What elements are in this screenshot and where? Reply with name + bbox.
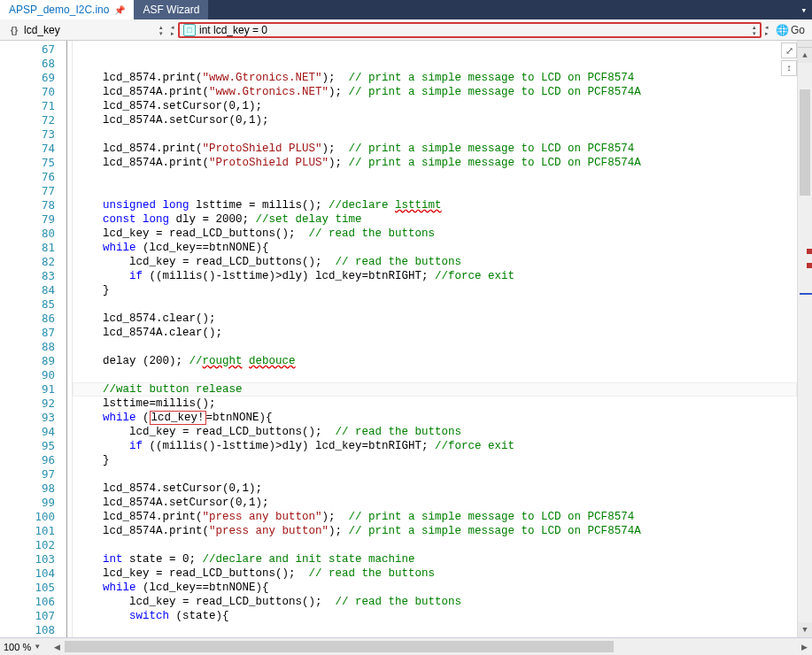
splitter-handle[interactable] — [798, 41, 812, 48]
variable-icon: □ — [183, 24, 196, 36]
nav-back-forward[interactable]: ◂▸ — [171, 24, 174, 36]
zoom-control[interactable]: 100 % ▼ — [4, 642, 41, 652]
horizontal-scrollbar[interactable]: ◀ ▶ — [50, 639, 812, 654]
scrollbar-thumb[interactable] — [65, 641, 614, 652]
line-number-gutter: 67 68 69 70 71 72 73 74 75 76 77 78 79 8… — [12, 41, 62, 637]
scroll-left-arrow[interactable]: ◀ — [50, 639, 65, 654]
vertical-scrollbar[interactable]: ▲ ▼ — [797, 41, 812, 637]
tab-label: APSP_demo_I2C.ino — [9, 4, 109, 16]
scope-label: lcd_key — [24, 24, 60, 36]
code-editor[interactable]: 67 68 69 70 71 72 73 74 75 76 77 78 79 8… — [0, 41, 812, 637]
zoom-label: 100 % — [4, 642, 31, 652]
pin-icon[interactable]: 📌 — [114, 5, 125, 15]
expand-icon[interactable]: ⤢ — [781, 42, 797, 58]
chevron-down-icon[interactable]: ▼ — [34, 643, 41, 651]
globe-icon: 🌐 — [776, 24, 789, 36]
scope-dropdown[interactable]: {} lcd_key ▴▾ — [4, 22, 167, 38]
member-label: int lcd_key = 0 — [199, 24, 267, 36]
file-tab-asf[interactable]: ASF Wizard — [134, 0, 208, 19]
status-bar: 100 % ▼ ◀ ▶ — [0, 637, 812, 655]
editor-side-toolbar: ⤢ ↕ — [781, 42, 797, 76]
tab-overflow-icon[interactable]: ▾ — [799, 4, 808, 16]
scroll-up-arrow[interactable]: ▲ — [798, 48, 812, 63]
navigation-bar: {} lcd_key ▴▾ ◂▸ □ int lcd_key = 0 ▴▾ ◂▸… — [0, 19, 812, 41]
error-marker — [807, 263, 812, 268]
nav-back-forward[interactable]: ◂▸ — [765, 24, 769, 36]
outline-margin — [62, 41, 73, 637]
go-button[interactable]: 🌐 Go — [772, 23, 808, 37]
scroll-right-arrow[interactable]: ▶ — [797, 639, 812, 654]
sync-icon[interactable]: ↕ — [781, 60, 797, 76]
go-label: Go — [791, 24, 805, 36]
file-tab-active[interactable]: APSP_demo_I2C.ino 📌 — [0, 0, 134, 19]
dropdown-spinner[interactable]: ▴▾ — [753, 24, 756, 36]
error-marker — [807, 249, 812, 254]
indicator-margin — [0, 41, 12, 637]
code-content[interactable]: lcd_8574.print("www.Gtronics.NET"); // p… — [73, 41, 797, 637]
tab-label: ASF Wizard — [143, 4, 199, 16]
tab-bar: APSP_demo_I2C.ino 📌 ASF Wizard ▾ — [0, 0, 812, 19]
caret-marker — [800, 293, 812, 295]
brace-icon: {} — [8, 24, 20, 36]
scrollbar-thumb[interactable] — [800, 89, 810, 196]
scrollbar-track[interactable] — [798, 63, 812, 622]
dropdown-spinner[interactable]: ▴▾ — [159, 24, 163, 36]
member-dropdown[interactable]: □ int lcd_key = 0 ▴▾ — [178, 22, 762, 38]
scroll-down-arrow[interactable]: ▼ — [798, 622, 812, 637]
